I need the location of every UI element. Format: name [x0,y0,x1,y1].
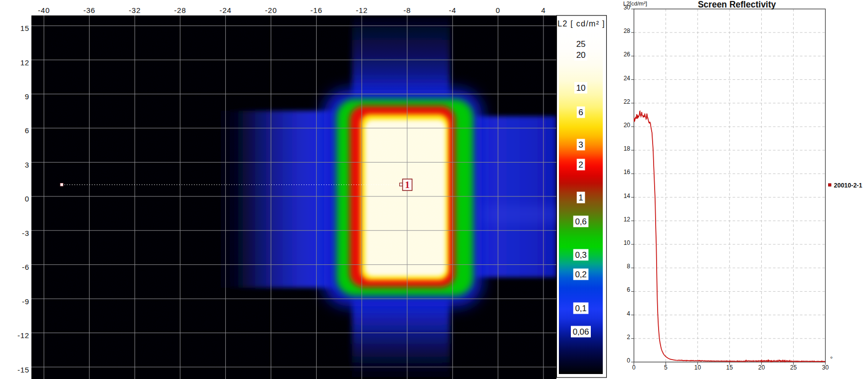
svg-text:5: 5 [664,364,668,371]
svg-text:20: 20 [576,50,586,60]
svg-text:2: 2 [578,160,583,170]
svg-text:12: 12 [624,216,631,223]
svg-text:0,06: 0,06 [573,327,589,337]
svg-text:10: 10 [624,239,631,246]
svg-text:-32: -32 [129,6,141,14]
svg-text:-24: -24 [219,6,231,14]
svg-text:L2 [ cd/m² ]: L2 [ cd/m² ] [557,19,605,28]
svg-text:0: 0 [632,364,636,371]
svg-text:10: 10 [576,83,586,93]
svg-text:°: ° [830,355,833,363]
svg-text:0,3: 0,3 [575,250,586,260]
svg-text:15: 15 [20,24,29,32]
svg-text:-3: -3 [22,229,29,237]
svg-text:18: 18 [624,145,631,152]
svg-text:-15: -15 [17,366,29,374]
svg-text:Screen Reflectivity: Screen Reflectivity [698,0,776,9]
svg-text:0,2: 0,2 [575,270,586,279]
svg-text:0: 0 [627,357,630,364]
svg-text:-36: -36 [83,6,95,14]
svg-text:3: 3 [25,161,29,169]
svg-text:28: 28 [624,27,631,34]
svg-text:26: 26 [624,51,631,58]
svg-text:20: 20 [624,122,631,129]
svg-text:-28: -28 [174,6,186,14]
svg-text:-12: -12 [17,331,29,340]
svg-text:-8: -8 [403,6,411,14]
svg-text:-4: -4 [449,6,456,14]
svg-text:2: 2 [627,334,630,341]
svg-text:6: 6 [578,108,583,117]
svg-text:10: 10 [694,364,701,371]
svg-text:-40: -40 [38,6,50,14]
svg-text:20010-2-1: 20010-2-1 [834,182,863,189]
svg-text:20: 20 [758,364,765,371]
svg-text:9: 9 [25,92,29,101]
svg-text:0: 0 [496,6,500,14]
svg-text:12: 12 [20,58,29,67]
svg-text:-16: -16 [311,6,323,14]
svg-text:25: 25 [576,39,586,49]
svg-text:15: 15 [726,364,733,371]
svg-text:0: 0 [25,194,29,203]
svg-text:0,6: 0,6 [575,217,586,226]
svg-text:8: 8 [627,263,630,270]
svg-text:4: 4 [627,310,630,317]
svg-text:24: 24 [624,75,631,82]
svg-text:6: 6 [25,126,29,135]
svg-text:4: 4 [541,6,545,14]
svg-text:-20: -20 [265,6,277,14]
svg-text:1: 1 [578,193,583,202]
svg-text:25: 25 [790,364,797,371]
svg-text:-9: -9 [22,297,29,306]
svg-text:14: 14 [624,192,631,199]
svg-text:L2[cd/m²]: L2[cd/m²] [623,0,647,6]
svg-text:0,1: 0,1 [575,304,586,313]
svg-text:22: 22 [624,98,631,105]
svg-text:-6: -6 [22,263,29,271]
svg-text:16: 16 [624,169,631,176]
svg-text:30: 30 [822,364,829,371]
svg-text:3: 3 [578,140,583,150]
svg-text:-12: -12 [356,6,368,14]
svg-text:1: 1 [405,180,410,190]
svg-text:6: 6 [627,286,630,293]
